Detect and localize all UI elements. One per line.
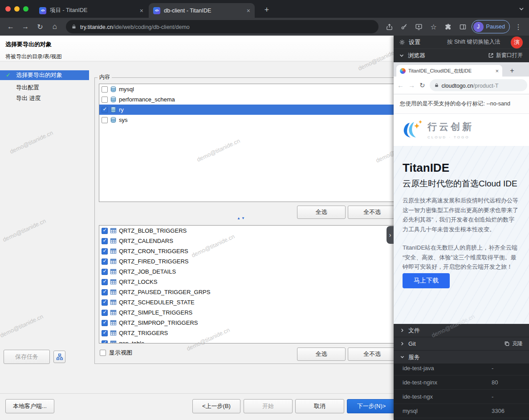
inner-tab-close-icon[interactable]: × (495, 68, 499, 74)
select-none-tables-button[interactable]: 全不选 (348, 347, 396, 361)
reload-button[interactable]: ↻ (34, 20, 46, 33)
row-checkbox[interactable] (102, 258, 108, 265)
bookmark-star-icon[interactable]: ☆ (427, 20, 440, 33)
local-client-button[interactable]: 本地客户端... (5, 399, 54, 413)
git-section-header[interactable]: Git 克隆 (394, 337, 529, 351)
list-row[interactable]: QRTZ_CALENDARS (99, 236, 435, 246)
home-button[interactable]: ⌂ (49, 20, 61, 33)
checkbox[interactable] (100, 350, 106, 356)
inner-browser-tab[interactable]: TitanIDE_CloudIDE_在线IDE × (396, 65, 502, 77)
export-flow-button[interactable] (53, 351, 65, 363)
select-all-tables-button[interactable]: 全选 (297, 347, 346, 361)
list-row[interactable]: sys (99, 115, 435, 125)
start-button[interactable]: 开始 (244, 399, 293, 413)
download-button[interactable]: 马上下载 (403, 273, 450, 288)
row-checkbox[interactable] (102, 279, 108, 285)
back-button[interactable]: ← (4, 20, 17, 33)
list-splitter-handle[interactable]: ▲▼ (231, 216, 252, 220)
row-checkbox[interactable] (102, 107, 108, 113)
next-step-button[interactable]: 下一步(N)> (347, 399, 396, 413)
row-checkbox[interactable] (102, 248, 108, 254)
address-bar[interactable]: try.titanide.cn/ide/web/coding/db-client… (66, 20, 378, 33)
row-checkbox[interactable] (102, 320, 108, 326)
tab-project[interactable]: </> 项目 - TitanIDE × (35, 3, 148, 18)
list-row[interactable]: QRTZ_TRIGGERS (99, 328, 435, 338)
new-tab-button[interactable]: + (261, 4, 273, 16)
macos-minimize-button[interactable] (14, 6, 20, 12)
services-section-header[interactable]: 服务 (394, 351, 529, 364)
wizard-step[interactable]: 导出配置 (0, 83, 89, 93)
extensions-puzzle-icon[interactable] (442, 20, 455, 33)
chevron-down-icon (399, 53, 404, 58)
list-row[interactable]: QRTZ_FIRED_TRIGGERS (99, 256, 435, 267)
tab-close-icon[interactable]: × (140, 7, 143, 14)
list-row[interactable]: gen_table (99, 338, 435, 343)
row-checkbox[interactable] (102, 340, 108, 344)
list-row[interactable]: QRTZ_SCHEDULER_STATE (99, 297, 435, 307)
row-checkbox[interactable] (102, 330, 108, 336)
hero-paragraph-1: 云原生技术高速发展和后疫情时代远程办公等这一智力密集型工作提出更高的要求也带来了… (403, 196, 529, 234)
list-row[interactable]: QRTZ_PAUSED_TRIGGER_GRPS (99, 287, 435, 297)
wizard-step-label: 导出配置 (16, 84, 39, 91)
list-row[interactable]: QRTZ_SIMPROP_TRIGGERS (99, 318, 435, 328)
wizard-step[interactable]: 导出 进度 (0, 93, 89, 103)
tab-close-icon[interactable]: × (247, 7, 250, 14)
database-list[interactable]: mysqlperformance_schemarysys (99, 84, 435, 202)
git-clone-button[interactable]: 克隆 (504, 340, 523, 347)
inner-forward-button[interactable]: → (408, 81, 415, 89)
forward-button[interactable]: → (19, 20, 32, 33)
row-checkbox[interactable] (102, 97, 108, 103)
side-panel-icon[interactable] (457, 20, 469, 33)
tab-search-chevron-icon[interactable] (518, 6, 525, 14)
list-row[interactable]: performance_schema (99, 94, 435, 105)
list-row[interactable]: QRTZ_SIMPLE_TRIGGERS (99, 307, 435, 318)
tab-db-client[interactable]: </> db-client - TitanIDE × (149, 3, 255, 18)
select-none-databases-button[interactable]: 全不选 (348, 206, 396, 219)
select-all-databases-button[interactable]: 全选 (297, 206, 346, 219)
list-row[interactable]: QRTZ_JOB_DETAILS (99, 267, 435, 277)
row-checkbox[interactable] (102, 299, 108, 306)
list-row[interactable]: QRTZ_BLOB_TRIGGERS (99, 226, 435, 236)
service-row[interactable]: ide-test-java- (394, 364, 529, 376)
files-section-header[interactable]: 文件 (394, 324, 529, 337)
cancel-button[interactable]: 取消 (295, 399, 344, 413)
chevron-right-icon (400, 341, 405, 346)
macos-close-button[interactable] (5, 6, 11, 12)
inner-back-button[interactable]: ← (397, 81, 404, 89)
list-row[interactable]: mysql (99, 84, 435, 94)
inner-reload-button[interactable]: ↻ (419, 81, 425, 89)
service-row[interactable]: mysql3306 (394, 404, 529, 418)
service-row[interactable]: ide-test-ngx- (394, 390, 529, 404)
row-checkbox[interactable] (102, 310, 108, 316)
wizard-step[interactable]: ✓选择要导出的对象 (0, 70, 89, 80)
row-checkbox[interactable] (102, 289, 108, 295)
profile-chip[interactable]: J Paused (472, 20, 510, 33)
table-list[interactable]: QRTZ_BLOB_TRIGGERSQRTZ_CALENDARSQRTZ_CRO… (99, 225, 435, 343)
list-row[interactable]: QRTZ_LOCKS (99, 277, 435, 287)
service-row[interactable]: ide-test-nginx80 (394, 376, 529, 390)
row-checkbox[interactable] (102, 86, 108, 93)
row-label: QRTZ_CRON_TRIGGERS (119, 248, 188, 254)
macos-zoom-button[interactable] (23, 6, 28, 12)
open-new-window-button[interactable]: 新窗口打开 (488, 52, 523, 59)
share-icon[interactable] (383, 20, 396, 33)
panel-collapse-handle[interactable]: › (387, 226, 394, 244)
inner-new-tab-button[interactable]: + (507, 65, 517, 76)
row-checkbox[interactable] (102, 238, 108, 244)
inner-address-bar[interactable]: cloudtogo.cn/product-T (430, 79, 527, 91)
service-port: 3306 (492, 408, 505, 414)
save-task-button[interactable]: 保存任务 (4, 350, 50, 364)
previous-step-button[interactable]: <上一步(B) (192, 399, 240, 413)
key-icon[interactable] (398, 20, 411, 33)
browser-section-row[interactable]: 浏览器 新窗口打开 (394, 49, 529, 62)
row-checkbox[interactable] (102, 228, 108, 234)
row-checkbox[interactable] (102, 269, 108, 275)
list-row[interactable]: ry (99, 105, 435, 115)
row-checkbox[interactable] (102, 117, 108, 123)
install-app-icon[interactable] (413, 20, 425, 33)
list-row[interactable]: QRTZ_CRON_TRIGGERS (99, 246, 435, 256)
settings-row[interactable]: 设置 按 Shift 键切换输入法 (394, 36, 529, 49)
flag-warning-text: 您使用的是不受支持的命令行标记: --no-sand (400, 100, 510, 108)
menu-dots-icon[interactable]: ⋮ (512, 20, 525, 33)
show-views-checkbox[interactable]: 显示视图 (100, 349, 132, 357)
